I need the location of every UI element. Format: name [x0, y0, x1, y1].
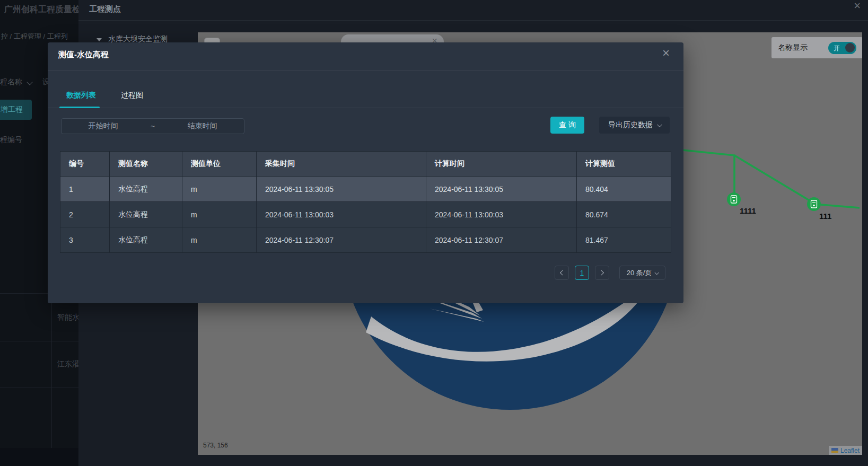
filter-project-name-label: 程名称 [0, 77, 22, 87]
tab-process-chart[interactable]: 过程图 [121, 91, 143, 100]
breadcrumb: 控 / 工程管理 / 工程列 [1, 32, 78, 41]
range-separator: ~ [145, 122, 161, 130]
col-collect-time: 采集时间 [257, 152, 426, 177]
col-measure-name: 测值名称 [110, 152, 182, 177]
background-table-row: 智能水 [57, 313, 80, 322]
col-number: 编号 [60, 152, 110, 177]
filter-partial-label: 设 [42, 77, 48, 87]
background-table-row: 江东灌 [57, 359, 80, 369]
chevron-right-icon [599, 270, 604, 276]
chevron-down-icon [27, 79, 32, 85]
measurement-table: 编号 测值名称 测值单位 采集时间 计算时间 计算测值 1 水位高程 m 202… [60, 151, 671, 253]
map-marker-111[interactable] [807, 197, 821, 211]
map-attribution: Leaflet [829, 446, 862, 455]
divider [48, 70, 683, 71]
measurement-modal: 测值-水位高程 × 数据列表 过程图 开始时间 ~ 结束时间 查 询 导出历史数… [48, 42, 683, 303]
map-coordinates: 573, 156 [203, 442, 228, 449]
table-row[interactable]: 2 水位高程 m 2024-06-11 13:00:03 2024-06-11 … [60, 202, 671, 227]
toggle-knob [845, 43, 855, 52]
divider [48, 108, 683, 108]
end-time-placeholder[interactable]: 结束时间 [161, 121, 244, 131]
table-row[interactable]: 3 水位高程 m 2024-06-11 12:30:07 2024-06-11 … [60, 227, 671, 253]
next-page-button[interactable] [595, 266, 609, 280]
start-time-placeholder[interactable]: 开始时间 [62, 121, 145, 131]
table-row[interactable]: 1 水位高程 m 2024-06-11 13:30:05 2024-06-11 … [60, 177, 671, 202]
toggle-state-text: 开 [834, 44, 840, 53]
tab-data-list[interactable]: 数据列表 [66, 91, 96, 100]
map-marker-1111[interactable] [727, 192, 741, 206]
tree-collapse-icon[interactable] [97, 38, 102, 41]
pagination: 1 20 条/页 [555, 266, 665, 280]
table-grid-line [0, 341, 78, 341]
divider [78, 20, 868, 21]
name-display-label: 名称显示 [778, 43, 808, 52]
page-size-label: 20 条/页 [627, 268, 652, 278]
table-grid-line [0, 388, 78, 388]
table-header-row: 编号 测值名称 测值单位 采集时间 计算时间 计算测值 [60, 152, 671, 177]
name-display-panel: 名称显示 开 [771, 37, 862, 58]
col-calc-time: 计算时间 [426, 152, 577, 177]
page-1-button[interactable]: 1 [575, 266, 589, 280]
page-root: 广州创科工程质量检 控 / 工程管理 / 工程列 程名称 设 增工程 程编号 智… [0, 0, 868, 466]
chevron-left-icon [560, 270, 565, 276]
drawer-title: 工程测点 [89, 4, 121, 14]
col-calc-value: 计算测值 [577, 152, 671, 177]
leaflet-link[interactable]: Leaflet [840, 447, 860, 454]
add-project-button[interactable]: 增工程 [0, 100, 32, 120]
date-range-picker[interactable]: 开始时间 ~ 结束时间 [61, 118, 244, 134]
modal-title: 测值-水位高程 [58, 50, 109, 60]
marker-label: 111 [819, 212, 831, 221]
modal-close-icon[interactable]: × [662, 47, 670, 59]
app-title: 广州创科工程质量检 [4, 4, 78, 15]
bottom-bar [0, 448, 78, 466]
chevron-down-icon [657, 122, 662, 127]
export-history-button[interactable]: 导出历史数据 [599, 117, 670, 134]
export-label: 导出历史数据 [608, 120, 653, 130]
chevron-down-icon [655, 270, 659, 275]
prev-page-button[interactable] [555, 266, 569, 280]
col-unit: 测值单位 [182, 152, 257, 177]
page-size-select[interactable]: 20 条/页 [619, 266, 665, 280]
project-code-label: 程编号 [0, 135, 22, 145]
ukraine-flag-icon [831, 448, 838, 453]
active-tab-underline [59, 107, 100, 108]
measurement-lines [672, 149, 860, 208]
marker-label: 1111 [740, 206, 756, 215]
name-display-toggle[interactable]: 开 [828, 42, 856, 54]
drawer-close-icon[interactable]: × [854, 0, 861, 12]
query-button[interactable]: 查 询 [550, 117, 584, 134]
